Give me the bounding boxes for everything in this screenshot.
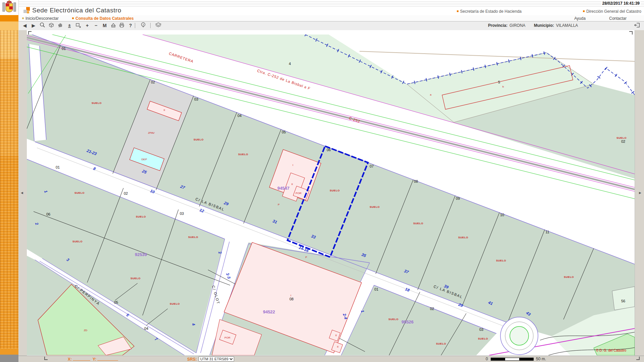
map-label: 05: [282, 130, 286, 134]
bullet-icon: [72, 17, 74, 19]
menu-inicio-desconectar[interactable]: Inicio/Desconectar: [22, 16, 59, 21]
map-corner-mark: [44, 357, 48, 360]
map-corner-mark: [629, 31, 633, 35]
map-corner-mark: [28, 31, 32, 35]
menu-contactar[interactable]: Contactar: [609, 16, 627, 21]
map-label: 1-3: [225, 272, 231, 279]
municipio-label: Municipio:: [534, 23, 554, 28]
map-label: a: [430, 93, 432, 96]
provincia-label: Provincia:: [488, 23, 507, 28]
map-label: I: [292, 164, 293, 167]
header-stripes: [0, 0, 644, 7]
map-label: 08: [289, 297, 293, 301]
map-label: SUELO: [92, 102, 102, 105]
map-label: SUELO: [188, 236, 198, 239]
toolbar-separator: [150, 23, 151, 28]
pan-right-chevron[interactable]: ►: [638, 191, 642, 194]
map-label: 12: [199, 207, 205, 214]
bullet-icon: [457, 10, 459, 12]
info-point-icon[interactable]: i: [139, 22, 147, 29]
map-label: 02: [124, 191, 128, 195]
map-label: II: [337, 345, 338, 348]
map-label: 04: [144, 326, 148, 330]
map-label: 18: [405, 287, 411, 293]
map-label: DEP: [142, 158, 147, 161]
map-label: 03: [180, 212, 184, 216]
help-button[interactable]: ?: [126, 22, 135, 29]
map-label: 02: [151, 80, 155, 84]
cadastral-map[interactable]: CARRETERACtra. C-252 de La Bisbal a FC-2…: [27, 35, 635, 355]
map-label: SUELO: [72, 240, 83, 243]
map-label: SUELO: [74, 191, 85, 194]
x-value-blank: [73, 357, 90, 361]
map-label: P: [305, 256, 307, 259]
sidebar-image: [0, 15, 18, 362]
map-label: SUELO: [616, 136, 627, 139]
map-label: SUELO: [436, 342, 446, 345]
scalebar-zero: 0: [486, 357, 488, 361]
search-icon[interactable]: [38, 22, 46, 29]
menu-ayuda[interactable]: Ayuda: [574, 16, 586, 21]
srs-select[interactable]: UTM 31 ETRS89: [199, 356, 234, 362]
map-label: 05: [114, 300, 118, 304]
map-label: 09: [456, 196, 460, 200]
map-label: 95526: [401, 319, 414, 324]
print-icon[interactable]: [118, 22, 126, 29]
map-label: 02: [621, 139, 625, 143]
measure-icon[interactable]: [109, 22, 117, 29]
pan-left-chevron[interactable]: ◄: [20, 191, 24, 194]
zoom-in-button[interactable]: +: [83, 22, 91, 29]
svg-text:i: i: [143, 23, 144, 26]
bullet-icon: [22, 17, 24, 19]
back-button[interactable]: ◀: [21, 22, 29, 29]
zoom-out-button[interactable]: −: [92, 22, 100, 29]
map-label: 10: [150, 188, 156, 194]
map-label: I: [290, 294, 291, 297]
bullet-icon: [583, 10, 585, 12]
map-label: 02: [430, 307, 434, 311]
map-label: SUELO: [170, 302, 180, 305]
map-label: P: [278, 203, 279, 206]
exit-icon[interactable]: [634, 22, 640, 29]
sec-logo-icon: [23, 7, 32, 14]
map-label: 03: [479, 327, 483, 331]
map-label: 11: [545, 230, 549, 234]
map-corner-mark: [636, 357, 640, 360]
map-label: ZD: [84, 329, 88, 332]
map-label: b: [502, 85, 504, 88]
link-secretaria-hacienda[interactable]: Secretaría de Estado de Hacienda: [457, 9, 522, 14]
menu-consulta-datos[interactable]: Consulta de Datos Catastrales: [72, 16, 133, 21]
coord-x: X: Y:: [68, 357, 118, 362]
map-label: 94547: [277, 186, 289, 191]
pan-hand-icon[interactable]: [56, 22, 64, 29]
map-label: 5: [498, 80, 500, 84]
map-label: II: [291, 183, 293, 186]
map-label: SUELO: [130, 277, 141, 280]
map-label: © D. G. del Catastro: [596, 349, 627, 352]
map-label: POR: [296, 192, 302, 195]
full-map-button[interactable]: M: [101, 22, 109, 29]
map-label: SUELO: [413, 222, 423, 225]
y-value-blank: [97, 357, 118, 361]
map-label: SUELO: [194, 138, 204, 141]
map-label: 01: [62, 47, 66, 51]
map-label: 03: [194, 97, 198, 101]
map-label: SUELO: [136, 215, 146, 218]
scalebar: [491, 358, 534, 361]
municipio-value: VILAMALLA: [556, 23, 578, 28]
forward-button[interactable]: ▶: [30, 22, 38, 29]
map-canvas[interactable]: CARRETERACtra. C-252 de La Bisbal a FC-2…: [27, 30, 635, 356]
layers-icon[interactable]: [154, 22, 162, 29]
catastro-viewer-window: 28/02/2017 16:41:39 Sede Electrónica del…: [0, 0, 644, 362]
pan-box-icon[interactable]: [47, 22, 55, 29]
map-label: II: [335, 334, 337, 337]
map-label: II: [164, 109, 165, 112]
link-dgc[interactable]: Dirección General del Catastro: [583, 9, 641, 14]
map-label: POR: [224, 336, 230, 339]
datetime: 28/02/2017 16:41:39: [601, 1, 641, 6]
zoom-scale-button[interactable]: ±: [65, 22, 73, 29]
province-municipality: Provincia:GIRONA Municipio:VILAMALLA: [488, 23, 585, 28]
zoom-window-icon[interactable]: [74, 22, 82, 29]
map-label: 01: [56, 165, 60, 169]
provincia-value: GIRONA: [509, 23, 525, 28]
